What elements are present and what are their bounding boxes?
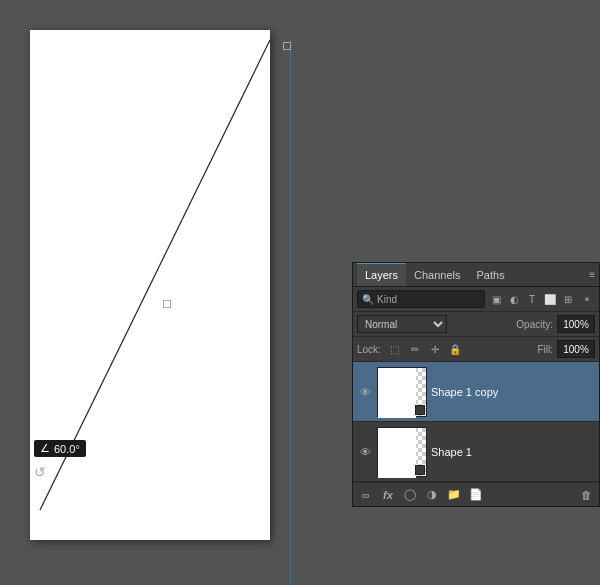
lock-position-icon[interactable]: ✛ [427,341,443,357]
panel-menu-icon[interactable]: ≡ [589,269,595,280]
layer-thumb-shape1copy [377,367,427,417]
line-handle-center[interactable] [163,300,171,308]
layer-item-shape1copy[interactable]: 👁 Shape 1 copy [353,362,599,422]
filter-search[interactable]: 🔍 Kind [357,290,485,308]
canvas-area: ∠ 60.0° ↺ [20,20,330,565]
blend-mode-dropdown[interactable]: Normal [357,315,447,333]
layers-panel: Layers Channels Paths ≡ 🔍 Kind ▣ ◐ T ⬜ ⊞… [352,262,600,507]
layer-visibility-shape1copy[interactable]: 👁 [357,384,373,400]
fill-value[interactable]: 100% [557,340,595,358]
tab-layers[interactable]: Layers [357,263,406,286]
filter-smartobj-icon[interactable]: ⊞ [560,291,576,307]
tab-channels[interactable]: Channels [406,263,468,286]
filter-icons: ▣ ◐ T ⬜ ⊞ [488,291,576,307]
fx-icon[interactable]: fx [379,486,397,504]
layer-item-shape1[interactable]: 👁 Shape 1 [353,422,599,482]
canvas-document [30,30,270,540]
filter-shape-icon[interactable]: ⬜ [542,291,558,307]
filter-row: 🔍 Kind ▣ ◐ T ⬜ ⊞ ● [353,287,599,312]
delete-layer-icon[interactable]: 🗑 [577,486,595,504]
new-adjustment-icon[interactable]: ◑ [423,486,441,504]
layer-visibility-shape1[interactable]: 👁 [357,444,373,460]
opacity-value[interactable]: 100% [557,315,595,333]
layer-name-shape1: Shape 1 [431,446,595,458]
lock-row: Lock: ⬚ ✏ ✛ 🔒 Fill: 100% [353,337,599,362]
new-group-icon[interactable]: 📁 [445,486,463,504]
filter-adjustment-icon[interactable]: ◐ [506,291,522,307]
opacity-label: Opacity: [516,319,553,330]
angle-tooltip: ∠ 60.0° [34,440,86,457]
add-mask-icon[interactable]: ◯ [401,486,419,504]
layer-name-shape1copy: Shape 1 copy [431,386,595,398]
filter-kind-label: Kind [377,294,397,305]
lock-transparent-icon[interactable]: ⬚ [387,341,403,357]
new-layer-icon[interactable]: 📄 [467,486,485,504]
search-icon: 🔍 [362,294,374,305]
angle-value: 60.0° [54,443,80,455]
filter-type-icon[interactable]: T [524,291,540,307]
canvas-line [30,30,270,540]
line-handle-top[interactable] [283,42,291,50]
filter-toggle[interactable]: ● [579,291,595,307]
lock-paint-icon[interactable]: ✏ [407,341,423,357]
link-layers-icon[interactable]: ∞ [357,486,375,504]
tab-paths[interactable]: Paths [469,263,513,286]
filter-pixel-icon[interactable]: ▣ [488,291,504,307]
panel-tabs: Layers Channels Paths ≡ [353,263,599,287]
lock-label: Lock: [357,344,381,355]
layers-list: 👁 Shape 1 copy 👁 Shape 1 [353,362,599,482]
panel-bottom-toolbar: ∞ fx ◯ ◑ 📁 📄 🗑 [353,482,599,506]
blend-row: Normal Opacity: 100% [353,312,599,337]
fill-label: Fill: [537,344,553,355]
vertical-guide [290,40,291,585]
angle-icon: ∠ [40,442,50,455]
layer-thumb-shape1 [377,427,427,477]
transform-icon: ↺ [34,464,46,480]
lock-all-icon[interactable]: 🔒 [447,341,463,357]
